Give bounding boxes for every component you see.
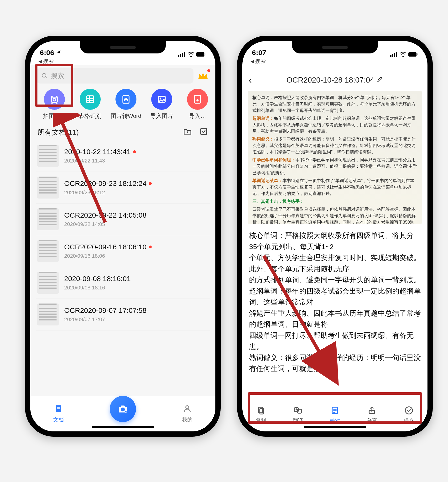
document-icon — [54, 404, 63, 415]
camera-fab-button[interactable] — [110, 396, 136, 422]
document-item[interactable]: OCR2020-09-22 14:05:082020/09/22 14:05 — [36, 203, 210, 235]
camera-icon — [117, 403, 129, 415]
page-header: ‹ OCR2020-10-28 18:07:04 — [242, 71, 427, 89]
location-icon — [56, 49, 61, 57]
svg-rect-9 — [51, 97, 57, 102]
document-item[interactable]: OCR2020-09-16 18:06:102020/09/16 18:06 — [36, 235, 210, 267]
tool-label: 表格识别 — [79, 112, 102, 120]
edit-title-button[interactable] — [377, 76, 383, 84]
svg-point-14 — [160, 98, 161, 99]
tutorial-image: 6:06 ◀ — [0, 0, 448, 482]
svg-point-20 — [121, 407, 125, 411]
back-button[interactable]: ‹ — [248, 75, 252, 85]
svg-point-10 — [53, 98, 56, 101]
svg-point-37 — [405, 407, 412, 414]
toolbar-label: 复制 — [256, 417, 266, 424]
svg-rect-24 — [390, 55, 392, 57]
tool-table-ocr[interactable]: 表格识别 — [72, 89, 108, 120]
tab-me[interactable]: 我的 — [182, 404, 192, 423]
svg-rect-25 — [392, 54, 393, 57]
search-icon — [41, 72, 48, 79]
document-item[interactable]: OCR2020-09-23 18:12:242020/09/23 18:12 — [36, 172, 210, 203]
notification-dot — [207, 69, 210, 72]
notch — [80, 41, 166, 53]
tool-camera-ocr[interactable]: 拍图识字 — [37, 89, 72, 120]
toolbar-label: 校对 — [330, 417, 340, 424]
ocr-line: 熟词僻义：很多同学都有这样的经历：明明一句话里没有任何生词，可就是搞 — [249, 352, 421, 374]
tool-import-more[interactable]: 导入… — [180, 89, 216, 120]
import-img-icon — [151, 89, 172, 110]
svg-rect-16 — [201, 128, 207, 134]
tool-label: 拍图识字 — [43, 112, 66, 120]
svg-rect-11 — [87, 96, 94, 103]
svg-rect-5 — [197, 53, 204, 56]
tool-import-img[interactable]: 导入图片 — [144, 89, 180, 120]
back-chevron-icon: ◀ — [250, 59, 254, 64]
table-ocr-icon — [80, 89, 101, 110]
document-item[interactable]: OCR2020-09-07 17:07:582020/09/07 17:07 — [36, 299, 210, 330]
toolbar-save-button[interactable]: 保存 — [404, 406, 414, 424]
ocr-line: 解题产生重大影响、因此本书从历年真题中总结了常考的超纲单词、目的就是将 — [249, 308, 421, 330]
unread-dot — [133, 150, 136, 153]
toolbar-translate-button[interactable]: 翻译 — [293, 406, 303, 424]
document-thumbnail — [37, 240, 59, 262]
toolbar-proof-button[interactable]: 校对 — [330, 406, 340, 424]
document-date: 2020/09/16 18:06 — [64, 253, 152, 259]
document-date: 2020/09/07 17:07 — [64, 316, 146, 323]
battery-icon — [196, 52, 206, 57]
section-title: 所有文档(11) — [37, 128, 79, 137]
crown-vip-button[interactable] — [197, 70, 209, 82]
multi-select-button[interactable] — [199, 127, 208, 138]
ocr-text-output[interactable]: 核心单词：严格按照大纲收录所有四级单词、将其分35个单元列出、每天背1~2个单元… — [242, 228, 427, 413]
status-time: 6:07 — [252, 49, 266, 57]
document-date: 2020/09/22 14:05 — [64, 221, 146, 227]
document-title: OCR2020-09-16 18:06:10 — [64, 243, 152, 251]
document-title: OCR2020-09-07 17:07:58 — [64, 306, 146, 314]
camera-ocr-icon — [44, 89, 65, 110]
tool-img-to-word[interactable]: 图片转Word — [108, 89, 144, 120]
svg-rect-2 — [182, 53, 183, 57]
document-title: OCR2020-09-22 14:05:08 — [64, 211, 146, 219]
back-to-search-link[interactable]: ◀ 搜索 — [30, 58, 216, 65]
svg-rect-19 — [57, 408, 60, 409]
svg-rect-18 — [57, 407, 60, 408]
document-title: 2020-10-22 11:43:41 — [64, 148, 136, 156]
toolbar-label: 分享 — [367, 417, 377, 424]
svg-rect-1 — [180, 54, 181, 57]
cellular-icon — [390, 52, 398, 57]
search-input[interactable]: 搜索 — [37, 68, 193, 83]
document-item[interactable]: 2020-09-08 18:16:012020/09/08 18:16 — [36, 267, 210, 299]
svg-point-22 — [186, 406, 189, 409]
toolbar-label: 保存 — [404, 417, 414, 424]
scanned-image-preview[interactable]: 核心单词：严格按照大纲收录所有四级单词，将其分35个单元列出，每天背1~2个单元… — [248, 91, 422, 224]
preview-line: 三、真题出击，模考练手： — [252, 198, 417, 205]
document-thumbnail — [37, 208, 59, 230]
person-icon — [183, 404, 192, 415]
tab-documents[interactable]: 文档 — [53, 404, 64, 423]
tool-label: 导入图片 — [150, 112, 173, 120]
toolbar-share-button[interactable]: 分享 — [367, 406, 377, 424]
document-title: OCR2020-09-23 18:12:24 — [64, 179, 152, 188]
document-item[interactable]: 2020-10-22 11:43:412020/10/22 11:43 — [36, 140, 210, 172]
document-date: 2020/10/22 11:43 — [64, 158, 136, 164]
proof-icon — [330, 406, 340, 415]
svg-rect-29 — [409, 53, 416, 56]
ocr-line: 个单元、方便学生合理安排复习时间、实现短期突破。此外、每个单元下采用随机无序 — [249, 252, 421, 274]
battery-icon — [408, 52, 418, 57]
document-date: 2020/09/23 18:12 — [64, 189, 152, 196]
status-time: 6:06 — [40, 49, 54, 57]
back-to-search-label: 搜索 — [43, 58, 54, 65]
toolbar-copy-button[interactable]: 复制 — [256, 406, 266, 424]
preview-line: 熟词僻义：很多同学都有这样的经历：明明一句话里没有任何生词，可就是搞不懂是什么意… — [252, 136, 417, 155]
wifi-icon — [400, 52, 407, 57]
search-placeholder: 搜索 — [51, 71, 64, 80]
back-to-search-link[interactable]: ◀ 搜索 — [242, 58, 427, 65]
unread-dot — [149, 182, 152, 185]
svg-point-7 — [42, 73, 46, 77]
img-to-word-icon — [115, 89, 136, 110]
page-title: OCR2020-10-28 18:07:04 — [287, 76, 374, 84]
unread-dot — [149, 246, 152, 249]
preview-line: 四级考试虽然早已不再采取单项选择题，但依然强调对词汇用法、搭配等掌握。因此本书依… — [252, 206, 417, 224]
tool-label: 导入… — [189, 112, 206, 120]
new-folder-button[interactable] — [183, 127, 192, 138]
